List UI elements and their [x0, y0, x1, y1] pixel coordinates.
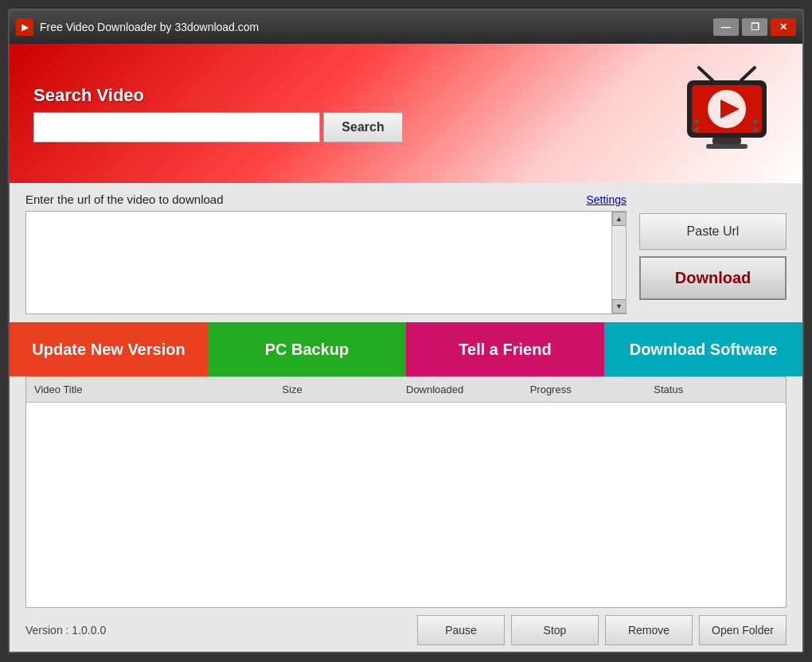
version-text: Version : 1.0.0.0 [25, 624, 106, 637]
title-bar-left: Free Video Downloader by 33download.com [16, 18, 259, 36]
close-button[interactable]: ✕ [771, 18, 796, 36]
list-body [26, 403, 786, 607]
search-button[interactable]: Search [323, 112, 403, 142]
remove-button[interactable]: Remove [605, 615, 693, 645]
svg-line-1 [741, 68, 755, 80]
url-header-row: Enter the url of the video to download S… [25, 193, 627, 206]
url-scrollbar: ▲ ▼ [611, 212, 626, 313]
search-label: Search Video [33, 85, 403, 106]
download-list: Video Title Size Downloaded Progress Sta… [25, 376, 787, 608]
url-textarea-wrapper: ▲ ▼ [25, 211, 627, 314]
svg-line-0 [699, 68, 712, 80]
scroll-track [612, 226, 626, 299]
main-content: Enter the url of the video to download S… [10, 183, 802, 652]
action-buttons: Update New Version PC Backup Tell a Frie… [10, 322, 802, 376]
scroll-up-arrow[interactable]: ▲ [612, 212, 627, 226]
svg-point-10 [753, 119, 758, 124]
col-progress: Progress [530, 384, 654, 395]
url-right: Paste Url Download [639, 193, 787, 300]
footer: Version : 1.0.0.0 Pause Stop Remove Open… [10, 608, 802, 652]
download-software-button[interactable]: Download Software [604, 322, 802, 376]
minimize-button[interactable]: — [713, 18, 739, 36]
url-section: Enter the url of the video to download S… [10, 183, 802, 322]
paste-url-button[interactable]: Paste Url [639, 213, 787, 250]
main-window: Free Video Downloader by 33download.com … [8, 9, 804, 653]
search-section: Search Video Search [33, 85, 403, 142]
col-downloaded: Downloaded [406, 384, 530, 395]
window-title: Free Video Downloader by 33download.com [40, 21, 259, 33]
app-icon [16, 18, 33, 36]
open-folder-button[interactable]: Open Folder [699, 615, 787, 645]
pc-backup-button[interactable]: PC Backup [208, 322, 406, 376]
url-textarea[interactable] [26, 212, 611, 313]
scroll-down-arrow[interactable]: ▼ [612, 299, 627, 313]
url-label: Enter the url of the video to download [25, 193, 224, 206]
tell-a-friend-button[interactable]: Tell a Friend [406, 322, 604, 376]
tv-logo [675, 62, 779, 166]
svg-rect-6 [712, 138, 741, 144]
title-bar-controls: — ❐ ✕ [713, 18, 796, 36]
settings-link[interactable]: Settings [586, 193, 627, 206]
update-new-version-button[interactable]: Update New Version [10, 322, 208, 376]
svg-point-11 [753, 127, 758, 132]
search-row: Search [33, 112, 403, 142]
svg-rect-7 [706, 144, 748, 149]
footer-buttons: Pause Stop Remove Open Folder [417, 615, 787, 645]
col-status: Status [654, 384, 778, 395]
search-input[interactable] [33, 112, 320, 142]
header-area: Search Video Search [10, 44, 802, 183]
col-video-title: Video Title [34, 384, 282, 395]
download-button[interactable]: Download [639, 256, 787, 300]
title-bar: Free Video Downloader by 33download.com … [10, 10, 802, 44]
svg-point-9 [694, 127, 699, 132]
svg-point-8 [694, 119, 699, 124]
list-header: Video Title Size Downloaded Progress Sta… [26, 377, 786, 403]
maximize-button[interactable]: ❐ [742, 18, 767, 36]
url-left: Enter the url of the video to download S… [25, 193, 627, 314]
col-size: Size [282, 384, 406, 395]
pause-button[interactable]: Pause [417, 615, 505, 645]
stop-button[interactable]: Stop [511, 615, 599, 645]
